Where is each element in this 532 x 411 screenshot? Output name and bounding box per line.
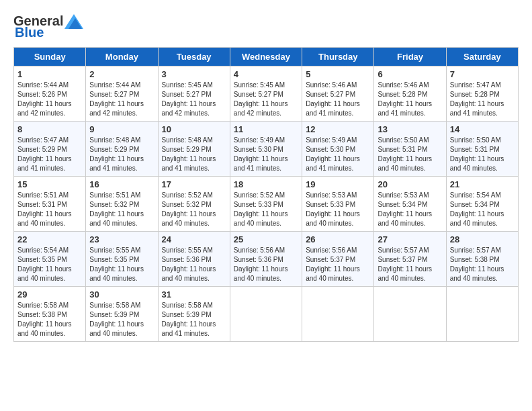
day-number: 31: [162, 289, 226, 300]
day-content: Sunrise: 5:50 AMSunset: 5:31 PMDaylight:…: [450, 136, 515, 173]
day-number: 4: [234, 69, 298, 79]
day-content: Sunrise: 5:45 AMSunset: 5:27 PMDaylight:…: [162, 81, 226, 118]
day-header-thursday: Thursday: [302, 48, 374, 66]
calendar-week-3: 15 Sunrise: 5:51 AMSunset: 5:31 PMDaylig…: [14, 177, 519, 232]
day-header-saturday: Saturday: [446, 48, 518, 66]
day-content: Sunrise: 5:47 AMSunset: 5:29 PMDaylight:…: [17, 136, 82, 173]
calendar-table: SundayMondayTuesdayWednesdayThursdayFrid…: [13, 47, 519, 342]
day-number: 12: [306, 124, 370, 134]
day-content: Sunrise: 5:48 AMSunset: 5:29 PMDaylight:…: [89, 136, 154, 173]
day-content: Sunrise: 5:54 AMSunset: 5:34 PMDaylight:…: [450, 191, 515, 228]
day-content: Sunrise: 5:53 AMSunset: 5:33 PMDaylight:…: [306, 191, 370, 228]
day-header-sunday: Sunday: [14, 48, 86, 66]
day-content: Sunrise: 5:44 AMSunset: 5:27 PMDaylight:…: [89, 81, 154, 118]
calendar-cell: 15 Sunrise: 5:51 AMSunset: 5:31 PMDaylig…: [14, 177, 86, 232]
page-container: General Blue SundayMondayTuesdayWednesda…: [13, 13, 519, 342]
day-content: Sunrise: 5:46 AMSunset: 5:27 PMDaylight:…: [306, 81, 370, 118]
day-number: 29: [17, 289, 82, 300]
day-number: 9: [89, 124, 154, 134]
day-number: 11: [234, 124, 298, 134]
calendar-cell: 14 Sunrise: 5:50 AMSunset: 5:31 PMDaylig…: [446, 122, 518, 177]
day-content: Sunrise: 5:55 AMSunset: 5:36 PMDaylight:…: [162, 246, 226, 283]
day-content: Sunrise: 5:45 AMSunset: 5:27 PMDaylight:…: [234, 81, 298, 118]
calendar-cell: 3 Sunrise: 5:45 AMSunset: 5:27 PMDayligh…: [158, 66, 230, 122]
day-number: 26: [306, 234, 370, 244]
day-content: Sunrise: 5:58 AMSunset: 5:39 PMDaylight:…: [89, 301, 154, 338]
day-number: 5: [306, 69, 370, 79]
calendar-cell: 17 Sunrise: 5:52 AMSunset: 5:32 PMDaylig…: [158, 177, 230, 232]
day-number: 15: [17, 179, 82, 189]
day-number: 2: [89, 69, 154, 79]
day-content: Sunrise: 5:49 AMSunset: 5:30 PMDaylight:…: [306, 136, 370, 173]
calendar-cell: 7 Sunrise: 5:47 AMSunset: 5:28 PMDayligh…: [446, 66, 518, 122]
day-number: 3: [162, 69, 226, 79]
day-content: Sunrise: 5:56 AMSunset: 5:36 PMDaylight:…: [234, 246, 298, 283]
calendar-cell: [230, 287, 302, 342]
day-content: Sunrise: 5:58 AMSunset: 5:38 PMDaylight:…: [17, 301, 82, 338]
day-number: 17: [162, 179, 226, 189]
calendar-cell: 16 Sunrise: 5:51 AMSunset: 5:32 PMDaylig…: [86, 177, 158, 232]
day-content: Sunrise: 5:51 AMSunset: 5:31 PMDaylight:…: [17, 191, 82, 228]
day-number: 22: [17, 234, 82, 244]
calendar-header-row: SundayMondayTuesdayWednesdayThursdayFrid…: [14, 48, 519, 66]
day-number: 13: [378, 124, 442, 134]
day-content: Sunrise: 5:52 AMSunset: 5:33 PMDaylight:…: [234, 191, 298, 228]
day-content: Sunrise: 5:54 AMSunset: 5:35 PMDaylight:…: [17, 246, 82, 283]
day-number: 18: [234, 179, 298, 189]
calendar-cell: 31 Sunrise: 5:58 AMSunset: 5:39 PMDaylig…: [158, 287, 230, 342]
calendar-cell: 18 Sunrise: 5:52 AMSunset: 5:33 PMDaylig…: [230, 177, 302, 232]
day-content: Sunrise: 5:47 AMSunset: 5:28 PMDaylight:…: [450, 81, 515, 118]
day-number: 23: [89, 234, 154, 244]
day-content: Sunrise: 5:44 AMSunset: 5:26 PMDaylight:…: [17, 81, 82, 118]
day-content: Sunrise: 5:52 AMSunset: 5:32 PMDaylight:…: [162, 191, 226, 228]
calendar-cell: 28 Sunrise: 5:57 AMSunset: 5:38 PMDaylig…: [446, 232, 518, 287]
calendar-cell: 5 Sunrise: 5:46 AMSunset: 5:27 PMDayligh…: [302, 66, 374, 122]
day-header-tuesday: Tuesday: [158, 48, 230, 66]
calendar-cell: 13 Sunrise: 5:50 AMSunset: 5:31 PMDaylig…: [374, 122, 446, 177]
calendar-cell: 19 Sunrise: 5:53 AMSunset: 5:33 PMDaylig…: [302, 177, 374, 232]
calendar-cell: 20 Sunrise: 5:53 AMSunset: 5:34 PMDaylig…: [374, 177, 446, 232]
calendar-cell: 9 Sunrise: 5:48 AMSunset: 5:29 PMDayligh…: [86, 122, 158, 177]
day-number: 27: [378, 234, 442, 244]
calendar-cell: 6 Sunrise: 5:46 AMSunset: 5:28 PMDayligh…: [374, 66, 446, 122]
calendar-cell: 4 Sunrise: 5:45 AMSunset: 5:27 PMDayligh…: [230, 66, 302, 122]
calendar-cell: 8 Sunrise: 5:47 AMSunset: 5:29 PMDayligh…: [14, 122, 86, 177]
day-number: 25: [234, 234, 298, 244]
day-content: Sunrise: 5:53 AMSunset: 5:34 PMDaylight:…: [378, 191, 442, 228]
day-number: 19: [306, 179, 370, 189]
calendar-cell: [302, 287, 374, 342]
day-number: 30: [89, 289, 154, 300]
day-content: Sunrise: 5:48 AMSunset: 5:29 PMDaylight:…: [162, 136, 226, 173]
calendar-cell: 24 Sunrise: 5:55 AMSunset: 5:36 PMDaylig…: [158, 232, 230, 287]
calendar-cell: [446, 287, 518, 342]
day-content: Sunrise: 5:57 AMSunset: 5:38 PMDaylight:…: [450, 246, 515, 283]
calendar-cell: 1 Sunrise: 5:44 AMSunset: 5:26 PMDayligh…: [14, 66, 86, 122]
calendar-cell: 11 Sunrise: 5:49 AMSunset: 5:30 PMDaylig…: [230, 122, 302, 177]
calendar-cell: 23 Sunrise: 5:55 AMSunset: 5:35 PMDaylig…: [86, 232, 158, 287]
day-content: Sunrise: 5:51 AMSunset: 5:32 PMDaylight:…: [89, 191, 154, 228]
calendar-cell: 21 Sunrise: 5:54 AMSunset: 5:34 PMDaylig…: [446, 177, 518, 232]
day-number: 20: [378, 179, 442, 189]
day-content: Sunrise: 5:58 AMSunset: 5:39 PMDaylight:…: [162, 301, 226, 338]
logo: General Blue: [13, 13, 83, 40]
logo-icon: [64, 14, 83, 29]
calendar-cell: 26 Sunrise: 5:56 AMSunset: 5:37 PMDaylig…: [302, 232, 374, 287]
logo-blue-text: Blue: [15, 25, 44, 40]
day-header-monday: Monday: [86, 48, 158, 66]
day-number: 1: [17, 69, 82, 79]
calendar-week-1: 1 Sunrise: 5:44 AMSunset: 5:26 PMDayligh…: [14, 66, 519, 122]
calendar-cell: 12 Sunrise: 5:49 AMSunset: 5:30 PMDaylig…: [302, 122, 374, 177]
calendar-cell: [374, 287, 446, 342]
day-number: 16: [89, 179, 154, 189]
day-number: 21: [450, 179, 515, 189]
day-number: 7: [450, 69, 515, 79]
calendar-week-2: 8 Sunrise: 5:47 AMSunset: 5:29 PMDayligh…: [14, 122, 519, 177]
day-content: Sunrise: 5:46 AMSunset: 5:28 PMDaylight:…: [378, 81, 442, 118]
day-content: Sunrise: 5:50 AMSunset: 5:31 PMDaylight:…: [378, 136, 442, 173]
day-number: 6: [378, 69, 442, 79]
day-number: 8: [17, 124, 82, 134]
calendar-cell: 25 Sunrise: 5:56 AMSunset: 5:36 PMDaylig…: [230, 232, 302, 287]
header: General Blue: [13, 13, 519, 40]
calendar-week-4: 22 Sunrise: 5:54 AMSunset: 5:35 PMDaylig…: [14, 232, 519, 287]
calendar-week-5: 29 Sunrise: 5:58 AMSunset: 5:38 PMDaylig…: [14, 287, 519, 342]
